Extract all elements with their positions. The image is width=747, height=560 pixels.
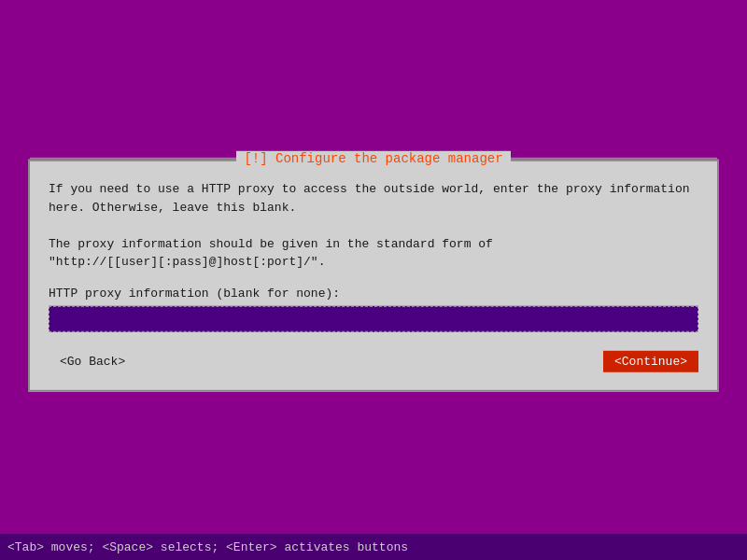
configure-package-manager-dialog: [!] Configure the package manager If you… (28, 160, 719, 392)
desc-line4: The proxy information should be given in… (49, 234, 698, 253)
proxy-label: HTTP proxy information (blank for none): (49, 286, 698, 300)
proxy-input-container[interactable] (49, 305, 698, 331)
proxy-input[interactable] (55, 310, 692, 327)
buttons-row: <Go Back> <Continue> (49, 346, 698, 375)
desc-line2: here. Otherwise, leave this blank. (49, 198, 698, 217)
dialog-wrapper: [!] Configure the package manager If you… (28, 160, 719, 392)
desktop: [!] Configure the package manager If you… (0, 0, 747, 560)
title-line-left (30, 158, 236, 160)
continue-button[interactable]: <Continue> (603, 350, 698, 371)
go-back-button[interactable]: <Go Back> (49, 350, 136, 371)
desc-line1: If you need to use a HTTP proxy to acces… (49, 180, 698, 199)
description-block: If you need to use a HTTP proxy to acces… (49, 180, 698, 272)
title-line-right (511, 158, 717, 160)
desc-line5: "http://[[user][:pass]@]host[:port]/". (49, 253, 698, 272)
dialog-title: [!] Configure the package manager (236, 151, 510, 166)
statusbar: <Tab> moves; <Space> selects; <Enter> ac… (0, 534, 747, 560)
dialog-title-bar: [!] Configure the package manager (30, 151, 717, 166)
statusbar-text: <Tab> moves; <Space> selects; <Enter> ac… (7, 540, 408, 554)
dialog-content: If you need to use a HTTP proxy to acces… (30, 161, 717, 390)
